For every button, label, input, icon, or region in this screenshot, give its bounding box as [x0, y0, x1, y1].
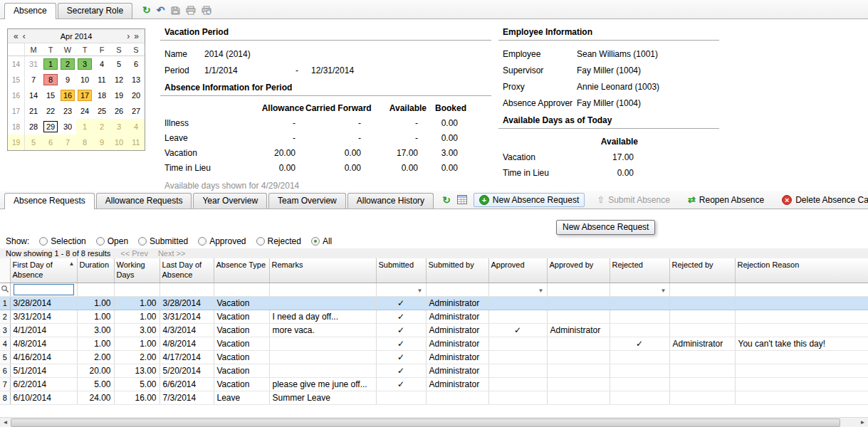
cell-first-day-of-absence[interactable]: 6/2/2014 — [10, 377, 77, 391]
column-header-rejected[interactable]: Rejected — [610, 258, 669, 283]
calendar-day[interactable]: 15 — [42, 88, 59, 103]
cell-duration[interactable]: 1.00 — [77, 337, 114, 350]
calendar-view-icon[interactable] — [457, 195, 467, 204]
cell-first-day-of-absence[interactable]: 5/1/2014 — [10, 364, 77, 377]
radio-submitted[interactable]: Submitted — [138, 236, 188, 246]
cell-remarks[interactable]: more vaca. — [269, 323, 376, 337]
table-row[interactable]: 54/16/20142.002.004/17/2014Vacation✓Admi… — [0, 350, 868, 364]
cell-rejected-by[interactable] — [669, 323, 735, 337]
column-header-working-days[interactable]: Working Days — [114, 258, 160, 283]
cell-rejection-reason[interactable] — [735, 377, 868, 391]
cell-submitted[interactable]: ✓ — [376, 296, 426, 310]
cell-remarks[interactable] — [269, 296, 376, 310]
calendar-day[interactable]: 5 — [25, 135, 42, 150]
filter-cell-first-day-of-absence[interactable] — [10, 283, 77, 296]
row-number[interactable]: 6 — [0, 364, 10, 377]
calendar-day[interactable]: 13 — [127, 72, 145, 88]
filter-cell-rejected-by[interactable] — [669, 283, 735, 296]
calendar-day[interactable]: 31 — [25, 56, 42, 72]
calendar-day[interactable]: 29 — [42, 119, 59, 135]
filter-dropdown-icon[interactable]: ▼ — [661, 285, 666, 294]
cell-rejected[interactable] — [610, 296, 669, 310]
cell-submitted[interactable]: ✓ — [376, 350, 426, 364]
column-header-absence-type[interactable]: Absence Type — [214, 258, 269, 283]
column-header-submitted-by[interactable]: Submitted by — [426, 258, 488, 283]
cell-working-days[interactable]: 1.00 — [114, 296, 160, 310]
cell-approved[interactable] — [488, 364, 547, 377]
calendar-day[interactable]: 4 — [127, 119, 145, 135]
column-header-duration[interactable]: Duration — [77, 258, 114, 283]
filter-cell-approved[interactable]: ▼ — [488, 283, 547, 296]
column-header-last-day-of-absence[interactable]: Last Day of Absence — [160, 258, 214, 283]
row-number[interactable]: 1 — [0, 296, 10, 310]
table-row[interactable]: 44/8/20141.001.004/8/2014Vacation✓Admini… — [0, 337, 868, 350]
cell-submitted-by[interactable]: Administrator — [426, 323, 488, 337]
table-row[interactable]: 13/28/20141.001.003/28/2014Vacation✓Admi… — [0, 296, 868, 310]
column-header-rejected-by[interactable]: Rejected by — [669, 258, 735, 283]
cell-rejected-by[interactable] — [669, 310, 735, 323]
cell-absence-type[interactable]: Leave — [214, 391, 269, 404]
submit-absence-button[interactable]: ⇧ Submit Absence — [591, 193, 676, 207]
cell-last-day-of-absence[interactable]: 4/17/2014 — [160, 350, 214, 364]
cell-working-days[interactable]: 1.00 — [114, 337, 160, 350]
scrollbar-thumb[interactable] — [11, 418, 840, 427]
prev-year-button[interactable]: « — [11, 31, 21, 41]
column-header-approved[interactable]: Approved — [488, 258, 547, 283]
row-number[interactable]: 5 — [0, 350, 10, 364]
cell-rejection-reason[interactable] — [735, 310, 868, 323]
calendar-day[interactable]: 6 — [42, 135, 59, 150]
cell-rejected-by[interactable] — [669, 377, 735, 391]
cell-rejected[interactable] — [610, 377, 669, 391]
cell-first-day-of-absence[interactable]: 4/16/2014 — [10, 350, 77, 364]
cell-submitted-by[interactable]: Administrator — [426, 337, 488, 350]
calendar-day[interactable]: 30 — [59, 119, 76, 135]
cell-rejection-reason[interactable]: You can't take this day! — [735, 337, 868, 350]
cell-duration[interactable]: 5.00 — [77, 377, 114, 391]
cell-rejected-by[interactable]: Administrator — [669, 337, 735, 350]
cell-last-day-of-absence[interactable]: 7/3/2014 — [160, 391, 214, 404]
refresh-icon[interactable]: ↻ — [142, 5, 151, 15]
filter-cell-approved-by[interactable] — [547, 283, 610, 296]
cell-approved-by[interactable]: Administrator — [547, 323, 610, 337]
cell-absence-type[interactable]: Vacation — [214, 337, 269, 350]
calendar-day[interactable]: 1 — [76, 119, 93, 135]
cell-remarks[interactable] — [269, 350, 376, 364]
table-row[interactable]: 86/10/201424.0016.007/3/2014LeaveSummer … — [0, 391, 868, 404]
calendar-day[interactable]: 25 — [93, 103, 110, 119]
radio-rejected[interactable]: Rejected — [256, 236, 301, 246]
cell-last-day-of-absence[interactable]: 6/6/2014 — [160, 377, 214, 391]
refresh-grid-icon[interactable]: ↻ — [442, 195, 451, 205]
row-number[interactable]: 2 — [0, 310, 10, 323]
prev-month-button[interactable]: ‹ — [21, 31, 28, 41]
cell-submitted-by[interactable]: Administrator — [426, 364, 488, 377]
cell-duration[interactable]: 1.00 — [77, 310, 114, 323]
table-row[interactable]: 76/2/20145.005.006/6/2014Vacationplease … — [0, 377, 868, 391]
cell-approved-by[interactable] — [547, 310, 610, 323]
cell-rejected[interactable] — [610, 350, 669, 364]
cell-submitted-by[interactable]: Administrator — [426, 296, 488, 310]
cell-rejected-by[interactable] — [669, 391, 735, 404]
cell-submitted-by[interactable]: Administrator — [426, 377, 488, 391]
cell-absence-type[interactable]: Vacation — [214, 296, 269, 310]
cell-approved-by[interactable] — [547, 364, 610, 377]
first-day-filter-input[interactable] — [14, 284, 74, 295]
filter-cell-rejection-reason[interactable] — [735, 283, 868, 296]
filter-dropdown-icon[interactable]: ▼ — [538, 285, 544, 294]
cell-duration[interactable]: 20.00 — [77, 364, 114, 377]
column-header-approved-by[interactable]: Approved by — [547, 258, 610, 283]
cell-rejection-reason[interactable] — [735, 296, 868, 310]
cell-first-day-of-absence[interactable]: 6/10/2014 — [10, 391, 77, 404]
cell-approved[interactable] — [488, 391, 547, 404]
calendar-day[interactable]: 3 — [110, 119, 127, 135]
cell-approved[interactable] — [488, 310, 547, 323]
cell-rejected-by[interactable] — [669, 296, 735, 310]
next-page-link[interactable]: Next >> — [158, 249, 186, 258]
calendar-day[interactable]: 12 — [110, 72, 127, 88]
scrollbar-track[interactable] — [11, 418, 857, 427]
cell-absence-type[interactable]: Vacation — [214, 310, 269, 323]
cell-approved[interactable] — [488, 350, 547, 364]
cell-remarks[interactable] — [269, 364, 376, 377]
radio-all[interactable]: All — [311, 236, 332, 246]
cell-rejection-reason[interactable] — [735, 350, 868, 364]
calendar-day[interactable]: 11 — [127, 135, 145, 150]
